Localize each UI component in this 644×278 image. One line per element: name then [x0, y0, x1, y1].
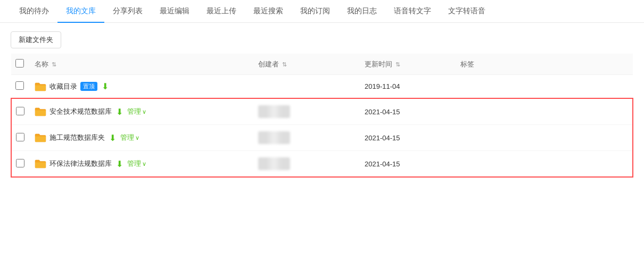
row-creator-cell	[254, 125, 360, 151]
folder-icon	[35, 82, 46, 91]
row-check-cell	[11, 125, 30, 151]
folder-icon	[35, 107, 46, 116]
row-tag-cell	[456, 151, 633, 178]
tab-recent-search[interactable]: 最近搜索	[245, 0, 292, 22]
tab-subscribe[interactable]: 我的订阅	[292, 0, 338, 22]
manage-button[interactable]: 管理 ∨	[127, 159, 146, 169]
tab-log[interactable]: 我的日志	[338, 0, 385, 22]
header-check	[11, 54, 30, 75]
table-row: 施工规范数据库夹 ⬇ 管理 ∨ 2021-04-15	[11, 125, 633, 151]
file-name-text[interactable]: 施工规范数据库夹	[49, 133, 105, 142]
name-sort-icon: ⇅	[52, 61, 56, 68]
time-sort-icon: ⇅	[395, 61, 400, 68]
row-check-cell	[11, 98, 30, 125]
tab-todo[interactable]: 我的待办	[11, 0, 57, 22]
file-name-text[interactable]: 安全技术规范数据库	[49, 107, 112, 116]
table-row: 安全技术规范数据库 ⬇ 管理 ∨ 2021-04-15	[11, 98, 633, 125]
tab-recent-edit[interactable]: 最近编辑	[151, 0, 198, 22]
tab-library[interactable]: 我的文库	[57, 0, 104, 22]
download-icon[interactable]: ⬇	[102, 81, 109, 91]
tab-share[interactable]: 分享列表	[104, 0, 151, 22]
nav-tabs: 我的待办 我的文库 分享列表 最近编辑 最近上传 最近搜索 我的订阅 我的日志 …	[0, 0, 644, 23]
row-time-cell: 2021-04-15	[360, 98, 456, 125]
row-tag-cell	[456, 75, 633, 99]
row-name-cell: 安全技术规范数据库 ⬇ 管理 ∨	[30, 98, 254, 125]
badge-top: 置顶	[80, 82, 97, 91]
creator-avatar	[258, 157, 290, 170]
header-tag: 标签	[456, 54, 633, 75]
chevron-down-icon: ∨	[142, 161, 146, 167]
row-check-cell	[11, 75, 30, 99]
toolbar: 新建文件夹	[0, 23, 644, 54]
tab-speech-to-text[interactable]: 语音转文字	[385, 0, 440, 22]
row-check-cell	[11, 151, 30, 178]
new-folder-button[interactable]: 新建文件夹	[11, 31, 61, 48]
row-name-cell: 收藏目录 置顶 ⬇	[30, 75, 254, 99]
table-row: 收藏目录 置顶 ⬇ 2019-11-04	[11, 75, 633, 99]
file-name-text[interactable]: 收藏目录	[49, 82, 77, 91]
download-icon[interactable]: ⬇	[109, 133, 116, 143]
row-name-cell: 环保法律法规数据库 ⬇ 管理 ∨	[30, 151, 254, 178]
file-table-container: 名称 ⇅ 创建者 ⇅ 更新时间 ⇅ 标签	[0, 54, 644, 178]
header-time[interactable]: 更新时间 ⇅	[360, 54, 456, 75]
chevron-down-icon: ∨	[142, 108, 146, 115]
row-time-cell: 2021-04-15	[360, 125, 456, 151]
creator-sort-icon: ⇅	[282, 61, 287, 68]
row-creator-cell	[254, 151, 360, 178]
row-creator-cell	[254, 98, 360, 125]
row-name-cell: 施工规范数据库夹 ⬇ 管理 ∨	[30, 125, 254, 151]
select-all-checkbox[interactable]	[15, 59, 24, 68]
row-checkbox[interactable]	[16, 159, 24, 167]
download-icon[interactable]: ⬇	[116, 107, 123, 117]
creator-avatar	[258, 131, 290, 144]
folder-icon	[35, 159, 46, 169]
row-checkbox[interactable]	[16, 107, 24, 115]
row-time-cell: 2021-04-15	[360, 151, 456, 178]
tab-text-to-speech[interactable]: 文字转语音	[440, 0, 494, 22]
tab-recent-upload[interactable]: 最近上传	[198, 0, 245, 22]
folder-icon	[35, 133, 46, 142]
header-creator[interactable]: 创建者 ⇅	[254, 54, 360, 75]
row-time-cell: 2019-11-04	[360, 75, 456, 99]
download-icon[interactable]: ⬇	[116, 159, 123, 169]
row-creator-cell	[254, 75, 360, 99]
chevron-down-icon: ∨	[135, 134, 139, 141]
header-name[interactable]: 名称 ⇅	[30, 54, 254, 75]
file-name-text[interactable]: 环保法律法规数据库	[49, 159, 112, 169]
creator-avatar	[258, 105, 290, 118]
manage-button[interactable]: 管理 ∨	[127, 107, 146, 116]
table-row: 环保法律法规数据库 ⬇ 管理 ∨ 2021-04-15	[11, 151, 633, 178]
row-checkbox[interactable]	[15, 81, 24, 90]
row-checkbox[interactable]	[16, 133, 24, 141]
manage-button[interactable]: 管理 ∨	[120, 133, 139, 142]
row-tag-cell	[456, 98, 633, 125]
row-tag-cell	[456, 125, 633, 151]
